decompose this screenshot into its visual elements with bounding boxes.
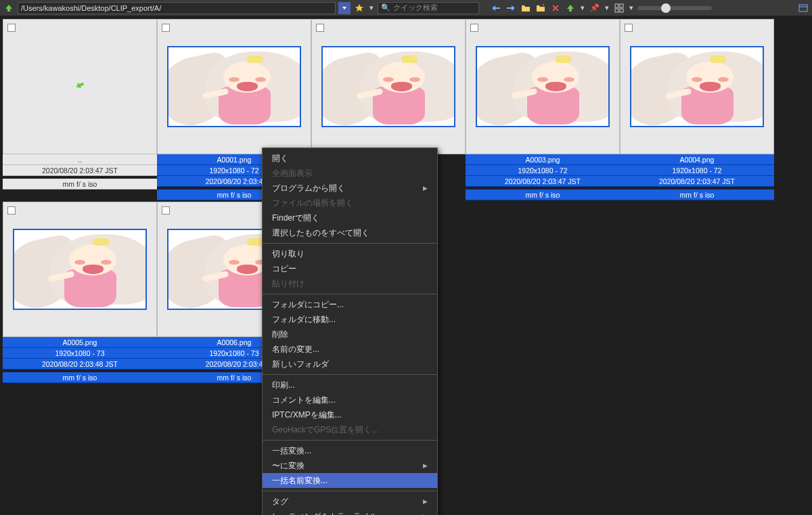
- pin-icon[interactable]: 📌: [589, 2, 601, 14]
- meta-block: A0003.png 1920x1080 - 72 2020/08/20 2:03…: [466, 154, 620, 200]
- parent-arrow-icon: [74, 80, 86, 93]
- separator: [263, 491, 437, 491]
- image-tile[interactable]: A0004.png 1920x1080 - 72 2020/08/20 2:03…: [620, 19, 774, 200]
- path-dropdown[interactable]: [338, 2, 351, 14]
- newfolder-icon[interactable]: [535, 2, 547, 14]
- ctx-openall[interactable]: 選択したものをすべて開く: [263, 225, 437, 240]
- separator: [263, 294, 437, 294]
- svg-rect-1: [620, 4, 623, 7]
- svg-rect-4: [799, 5, 807, 12]
- exif-label: mm f/ s iso: [3, 372, 157, 383]
- checkbox[interactable]: [625, 24, 633, 32]
- svg-rect-0: [615, 4, 618, 7]
- zoom-thumb[interactable]: [661, 3, 671, 13]
- ctx-tag[interactable]: タグ▶: [263, 494, 437, 509]
- search-placeholder: クイック検索: [393, 3, 438, 13]
- ctx-open[interactable]: 開く: [263, 151, 437, 166]
- forward-icon[interactable]: [505, 2, 517, 14]
- search-input[interactable]: 🔍 クイック検索: [378, 2, 479, 14]
- date-label: 2020/08/20 2:03:47 JST: [620, 176, 774, 187]
- thumbnail-image: [13, 229, 147, 310]
- thumbnail-image: [167, 46, 301, 127]
- ctx-convto[interactable]: 〜に変換▶: [263, 458, 437, 473]
- context-menu: 開く 全画面表示 プログラムから開く▶ ファイルの場所を開く Finderで開く…: [262, 148, 438, 515]
- exif-label: mm f/ s iso: [3, 179, 157, 189]
- chevron-right-icon: ▶: [423, 510, 428, 515]
- checkbox[interactable]: [162, 24, 170, 32]
- parent-folder-tile[interactable]: .. 2020/08/20 2:03:47 JST mm f/ s iso: [3, 19, 157, 200]
- thumbnail-image: [630, 46, 764, 127]
- ctx-movetofolder[interactable]: フォルダに移動...: [263, 312, 437, 327]
- svg-rect-3: [620, 9, 623, 12]
- thumb-area[interactable]: [466, 19, 620, 154]
- ctx-delete[interactable]: 削除: [263, 327, 437, 342]
- ctx-batchconv[interactable]: 一括変換...: [263, 443, 437, 458]
- checkbox[interactable]: [316, 24, 324, 32]
- ctx-rename[interactable]: 名前の変更...: [263, 342, 437, 357]
- dropdown-icon[interactable]: ▾: [368, 2, 375, 14]
- dimensions-label: 1920x1080 - 72: [620, 165, 774, 176]
- dropdown3-icon[interactable]: ▾: [604, 2, 610, 14]
- thumb-area[interactable]: [3, 19, 157, 154]
- dropdown2-icon[interactable]: ▾: [579, 2, 586, 14]
- ctx-finder[interactable]: Finderで開く: [263, 210, 437, 225]
- ctx-cut[interactable]: 切り取り: [263, 246, 437, 261]
- date-label: 2020/08/20 2:03:47 JST: [3, 165, 157, 176]
- path-input[interactable]: /Users/kawakoshi/Desktop/CLIP_export/A/: [18, 2, 336, 14]
- ctx-rating[interactable]: レーティング＆カラーラベル▶: [263, 509, 437, 515]
- thumb-area[interactable]: [3, 202, 157, 337]
- chevron-right-icon: ▶: [423, 460, 428, 472]
- image-tile[interactable]: A0005.png 1920x1080 - 73 2020/08/20 2:03…: [3, 202, 157, 383]
- search-icon: 🔍: [381, 3, 390, 12]
- exif-label: mm f/ s iso: [620, 189, 774, 200]
- ctx-editcomment[interactable]: コメントを編集...: [263, 393, 437, 407]
- meta-block: A0004.png 1920x1080 - 72 2020/08/20 2:03…: [620, 154, 774, 200]
- chevron-right-icon: ▶: [423, 182, 428, 194]
- separator: [263, 243, 437, 244]
- chevron-right-icon: ▶: [423, 495, 428, 508]
- ctx-fullscreen: 全画面表示: [263, 166, 437, 181]
- dimensions-label: 1920x1080 - 73: [3, 348, 157, 359]
- separator: [263, 374, 437, 375]
- ctx-newfolder[interactable]: 新しいフォルダ: [263, 357, 437, 372]
- ctx-print[interactable]: 印刷...: [263, 378, 437, 393]
- ctx-paste: 貼り付け: [263, 276, 437, 291]
- star-icon[interactable]: [353, 2, 365, 14]
- thumb-area[interactable]: [311, 19, 466, 154]
- dropdown4-icon[interactable]: ▾: [628, 2, 635, 14]
- ctx-batchrename[interactable]: 一括名前変換...: [263, 473, 437, 488]
- upload-icon[interactable]: [564, 2, 577, 14]
- checkbox[interactable]: [7, 24, 16, 32]
- ctx-copy[interactable]: コピー: [263, 261, 437, 276]
- up-icon[interactable]: [3, 2, 15, 14]
- ctx-openloc: ファイルの場所を開く: [263, 196, 437, 210]
- window-icon[interactable]: [797, 2, 809, 14]
- checkbox[interactable]: [470, 24, 478, 32]
- dimensions-label: 1920x1080 - 72: [466, 165, 620, 176]
- meta-block: A0005.png 1920x1080 - 73 2020/08/20 2:03…: [3, 337, 157, 383]
- meta-block: .. 2020/08/20 2:03:47 JST mm f/ s iso: [3, 154, 157, 189]
- separator: [263, 440, 437, 441]
- image-tile[interactable]: A0003.png 1920x1080 - 72 2020/08/20 2:03…: [466, 19, 620, 200]
- svg-rect-2: [615, 9, 618, 12]
- filename-label: A0005.png: [3, 337, 157, 348]
- filename-label: A0004.png: [620, 154, 774, 165]
- checkbox[interactable]: [7, 206, 16, 215]
- toolbar: /Users/kawakoshi/Desktop/CLIP_export/A/ …: [0, 0, 812, 16]
- path-text: /Users/kawakoshi/Desktop/CLIP_export/A/: [21, 4, 161, 12]
- ctx-editiptc[interactable]: IPTC/XMPを編集...: [263, 407, 437, 422]
- ctx-copytofolder[interactable]: フォルダにコピー...: [263, 297, 437, 312]
- delete-icon[interactable]: ✕: [549, 2, 562, 14]
- thumb-area[interactable]: [157, 19, 311, 154]
- checkbox[interactable]: [162, 206, 170, 215]
- thumbnail-image: [321, 46, 455, 127]
- ctx-geohack: GeoHackでGPS位置を開く...: [263, 422, 437, 437]
- folder-icon[interactable]: [520, 2, 532, 14]
- view-grid-icon[interactable]: [613, 2, 625, 14]
- back-icon[interactable]: [490, 2, 502, 14]
- zoom-slider[interactable]: [637, 6, 712, 10]
- ctx-openwith[interactable]: プログラムから開く▶: [263, 181, 437, 196]
- filename-label: A0003.png: [466, 154, 620, 165]
- date-label: 2020/08/20 2:03:47 JST: [466, 176, 620, 187]
- thumb-area[interactable]: [620, 19, 774, 154]
